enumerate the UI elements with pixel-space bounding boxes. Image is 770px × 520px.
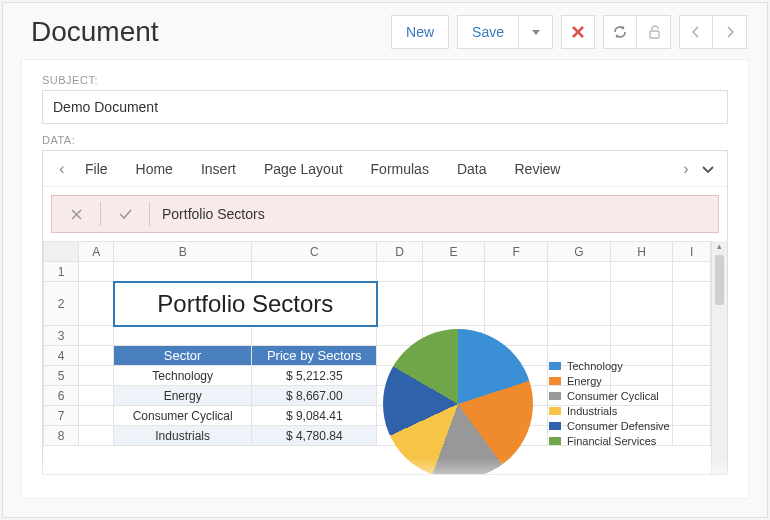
- next-button[interactable]: [713, 15, 747, 49]
- refresh-button[interactable]: [603, 15, 637, 49]
- tab-scroll-right[interactable]: ›: [677, 160, 695, 178]
- tab-data[interactable]: Data: [443, 151, 501, 187]
- row-header[interactable]: 8: [44, 426, 79, 446]
- row-header[interactable]: 4: [44, 346, 79, 366]
- subject-label: SUBJECT:: [42, 74, 728, 86]
- table-header: Sector: [114, 346, 252, 366]
- formula-input[interactable]: Portfolio Sectors: [150, 206, 277, 222]
- chevron-left-icon: [692, 26, 700, 38]
- cell-selected[interactable]: Portfolio Sectors: [114, 282, 377, 326]
- legend-label: Industrials: [567, 405, 617, 417]
- select-all-corner[interactable]: [44, 242, 79, 262]
- x-icon: [71, 209, 82, 220]
- pie-chart: Technology Energy Consumer Cyclical Indu…: [383, 311, 693, 474]
- cell[interactable]: Consumer Cyclical: [114, 406, 252, 426]
- subject-input[interactable]: [42, 90, 728, 124]
- ribbon-collapse[interactable]: [699, 160, 717, 178]
- table-header: Price by Sectors: [252, 346, 377, 366]
- formula-accept[interactable]: [101, 206, 149, 223]
- pie-graphic: [383, 329, 533, 475]
- col-header[interactable]: D: [377, 242, 422, 262]
- col-header[interactable]: H: [610, 242, 673, 262]
- legend-label: Technology: [567, 360, 623, 372]
- legend-label: Energy: [567, 375, 602, 387]
- tab-insert[interactable]: Insert: [187, 151, 250, 187]
- unlock-icon: [647, 25, 661, 39]
- tab-page-layout[interactable]: Page Layout: [250, 151, 357, 187]
- cell[interactable]: Technology: [114, 366, 252, 386]
- spreadsheet: ‹ File Home Insert Page Layout Formulas …: [42, 150, 728, 475]
- row-header[interactable]: 3: [44, 326, 79, 346]
- row-header[interactable]: 7: [44, 406, 79, 426]
- cell[interactable]: $ 9,084.41: [252, 406, 377, 426]
- legend-label: Consumer Defensive: [567, 420, 670, 432]
- row-header[interactable]: 2: [44, 282, 79, 326]
- svg-rect-0: [650, 31, 659, 38]
- caret-down-icon: [532, 30, 540, 35]
- new-button[interactable]: New: [391, 15, 449, 49]
- col-header[interactable]: I: [673, 242, 711, 262]
- close-icon: [571, 25, 585, 39]
- data-label: DATA:: [42, 134, 728, 146]
- row-header[interactable]: 5: [44, 366, 79, 386]
- tab-scroll-left[interactable]: ‹: [53, 160, 71, 178]
- legend-label: Financial Services: [567, 435, 656, 447]
- row-header[interactable]: 1: [44, 262, 79, 282]
- cell-grid[interactable]: A B C D E F G H I 1 2Portfolio Sectors: [43, 241, 711, 474]
- save-dropdown-button[interactable]: [519, 15, 553, 49]
- chevron-down-icon: [702, 166, 714, 174]
- row-header[interactable]: 6: [44, 386, 79, 406]
- cell[interactable]: $ 5,212.35: [252, 366, 377, 386]
- legend-label: Consumer Cyclical: [567, 390, 659, 402]
- check-icon: [119, 209, 132, 220]
- tab-home[interactable]: Home: [122, 151, 187, 187]
- col-header[interactable]: G: [547, 242, 610, 262]
- chevron-right-icon: [726, 26, 734, 38]
- tab-review[interactable]: Review: [501, 151, 575, 187]
- scroll-up-arrow[interactable]: ▴: [712, 241, 727, 251]
- prev-button[interactable]: [679, 15, 713, 49]
- col-header[interactable]: C: [252, 242, 377, 262]
- cell[interactable]: $ 4,780.84: [252, 426, 377, 446]
- tab-file[interactable]: File: [71, 151, 122, 187]
- col-header[interactable]: B: [114, 242, 252, 262]
- formula-bar: Portfolio Sectors: [51, 195, 719, 233]
- col-header[interactable]: A: [79, 242, 114, 262]
- vertical-scrollbar[interactable]: ▴: [711, 241, 727, 474]
- scroll-thumb[interactable]: [715, 255, 724, 305]
- chart-legend: Technology Energy Consumer Cyclical Indu…: [549, 357, 670, 450]
- cell[interactable]: Industrials: [114, 426, 252, 446]
- tab-formulas[interactable]: Formulas: [357, 151, 443, 187]
- cell[interactable]: $ 8,667.00: [252, 386, 377, 406]
- formula-cancel[interactable]: [52, 206, 100, 223]
- col-header[interactable]: F: [485, 242, 548, 262]
- col-header[interactable]: E: [422, 242, 485, 262]
- save-button[interactable]: Save: [457, 15, 519, 49]
- page-title: Document: [31, 16, 383, 48]
- delete-button[interactable]: [561, 15, 595, 49]
- cell[interactable]: Energy: [114, 386, 252, 406]
- unlock-button[interactable]: [637, 15, 671, 49]
- refresh-icon: [612, 24, 628, 40]
